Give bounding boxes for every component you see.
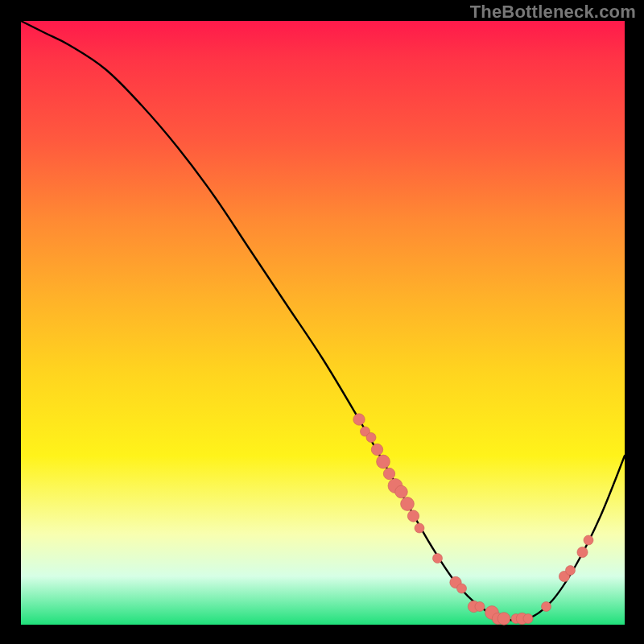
curve-marker — [401, 497, 415, 511]
watermark-label: TheBottleneck.com — [470, 2, 636, 23]
curve-marker — [523, 614, 533, 624]
curve-marker — [395, 485, 408, 498]
curve-marker — [577, 547, 588, 557]
chart-stage: TheBottleneck.com — [0, 0, 644, 644]
curve-marker — [542, 602, 551, 612]
curve-marker — [457, 584, 467, 593]
curve-marker — [407, 510, 419, 522]
curve-marker — [371, 444, 382, 455]
curve-marker — [377, 455, 390, 469]
curve-marker — [353, 414, 365, 425]
curve-marker — [497, 613, 510, 625]
curve-marker — [383, 468, 394, 479]
curve-marker — [584, 535, 593, 545]
curve-marker — [475, 602, 485, 612]
curve-marker — [415, 523, 424, 533]
chart-svg — [21, 21, 625, 625]
curve-marker — [566, 566, 576, 576]
bottleneck-curve — [21, 21, 625, 621]
curve-marker — [433, 554, 443, 564]
curve-marker — [366, 433, 376, 443]
